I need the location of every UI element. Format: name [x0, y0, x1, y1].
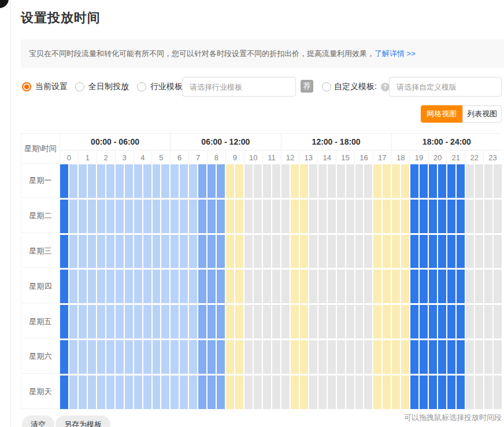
time-cell[interactable] — [346, 376, 354, 409]
radio-industry[interactable] — [137, 82, 146, 91]
time-cell[interactable] — [106, 305, 114, 338]
time-cell[interactable] — [447, 340, 455, 374]
time-cell[interactable] — [346, 235, 354, 268]
time-cell[interactable] — [263, 340, 271, 374]
time-cell[interactable] — [337, 270, 345, 303]
time-cell[interactable] — [171, 200, 179, 233]
time-cell[interactable] — [494, 376, 502, 409]
time-cell[interactable] — [281, 270, 290, 303]
time-cell[interactable] — [401, 200, 409, 233]
time-cell[interactable] — [153, 200, 161, 233]
time-cell[interactable] — [153, 270, 161, 303]
time-cell[interactable] — [318, 200, 327, 233]
time-cell[interactable] — [318, 305, 327, 338]
time-cell[interactable] — [383, 200, 391, 233]
time-cell[interactable] — [79, 235, 87, 268]
time-cell[interactable] — [180, 235, 188, 268]
time-cell[interactable] — [180, 376, 188, 409]
clear-button[interactable]: 清空 — [22, 415, 54, 427]
time-cell[interactable] — [60, 164, 68, 198]
time-cell[interactable] — [447, 305, 455, 338]
time-cell[interactable] — [60, 340, 68, 374]
time-cell[interactable] — [438, 305, 446, 338]
time-cell[interactable] — [337, 200, 345, 233]
time-cell[interactable] — [300, 200, 308, 233]
time-cell[interactable] — [291, 164, 299, 198]
time-cell[interactable] — [226, 235, 234, 268]
time-cell[interactable] — [383, 305, 391, 338]
time-cell[interactable] — [429, 305, 437, 338]
time-cell[interactable] — [97, 270, 105, 303]
time-cell[interactable] — [198, 200, 206, 233]
time-cell[interactable] — [291, 376, 299, 409]
time-cell[interactable] — [355, 376, 364, 409]
time-cell[interactable] — [401, 270, 409, 303]
time-cell[interactable] — [337, 340, 345, 374]
time-cell[interactable] — [364, 200, 372, 233]
time-cell[interactable] — [337, 164, 345, 198]
time-cell[interactable] — [410, 235, 418, 268]
time-cell[interactable] — [97, 376, 105, 409]
time-cell[interactable] — [189, 164, 197, 198]
option-industry[interactable]: 行业模板: — [137, 77, 185, 97]
grid-view-button[interactable]: 网格视图 — [421, 105, 462, 123]
time-cell[interactable] — [447, 200, 455, 233]
radio-current-selected[interactable] — [22, 82, 31, 91]
time-cell[interactable] — [125, 164, 133, 198]
time-cell[interactable] — [106, 340, 114, 374]
time-cell[interactable] — [69, 376, 77, 409]
time-cell[interactable] — [263, 200, 271, 233]
time-cell[interactable] — [355, 270, 364, 303]
time-cell[interactable] — [153, 340, 161, 374]
time-cell[interactable] — [198, 376, 206, 409]
time-cell[interactable] — [125, 235, 133, 268]
time-cell[interactable] — [291, 305, 299, 338]
time-cell[interactable] — [143, 235, 151, 268]
time-cell[interactable] — [364, 340, 372, 374]
time-cell[interactable] — [383, 270, 391, 303]
time-cell[interactable] — [355, 305, 364, 338]
time-cell[interactable] — [484, 235, 492, 268]
time-cell[interactable] — [60, 270, 68, 303]
time-cell[interactable] — [88, 164, 96, 198]
time-cell[interactable] — [125, 340, 133, 374]
time-cell[interactable] — [373, 376, 381, 409]
time-cell[interactable] — [125, 305, 133, 338]
time-cell[interactable] — [161, 340, 169, 374]
time-cell[interactable] — [189, 376, 197, 409]
industry-template-input[interactable] — [182, 77, 296, 97]
time-cell[interactable] — [235, 340, 243, 374]
time-cell[interactable] — [217, 340, 225, 374]
time-cell[interactable] — [355, 164, 364, 198]
time-cell[interactable] — [457, 200, 465, 233]
time-cell[interactable] — [484, 376, 492, 409]
time-cell[interactable] — [263, 235, 271, 268]
time-cell[interactable] — [300, 340, 308, 374]
time-cell[interactable] — [457, 270, 465, 303]
time-cell[interactable] — [328, 235, 336, 268]
time-cell[interactable] — [79, 164, 87, 198]
time-cell[interactable] — [383, 235, 391, 268]
time-cell[interactable] — [244, 376, 253, 409]
time-cell[interactable] — [116, 305, 124, 338]
time-cell[interactable] — [97, 164, 105, 198]
time-cell[interactable] — [171, 305, 179, 338]
time-cell[interactable] — [207, 305, 216, 338]
time-cell[interactable] — [373, 200, 381, 233]
time-cell[interactable] — [457, 305, 465, 338]
time-cell[interactable] — [392, 270, 400, 303]
time-cell[interactable] — [373, 270, 381, 303]
time-cell[interactable] — [217, 200, 225, 233]
time-cell[interactable] — [207, 200, 216, 233]
time-cell[interactable] — [134, 164, 142, 198]
time-cell[interactable] — [97, 305, 105, 338]
time-cell[interactable] — [116, 200, 124, 233]
time-cell[interactable] — [373, 235, 381, 268]
time-cell[interactable] — [272, 376, 280, 409]
time-cell[interactable] — [116, 340, 124, 374]
time-cell[interactable] — [328, 340, 336, 374]
time-cell[interactable] — [429, 200, 437, 233]
time-cell[interactable] — [309, 270, 317, 303]
time-cell[interactable] — [309, 305, 317, 338]
time-cell[interactable] — [189, 235, 197, 268]
